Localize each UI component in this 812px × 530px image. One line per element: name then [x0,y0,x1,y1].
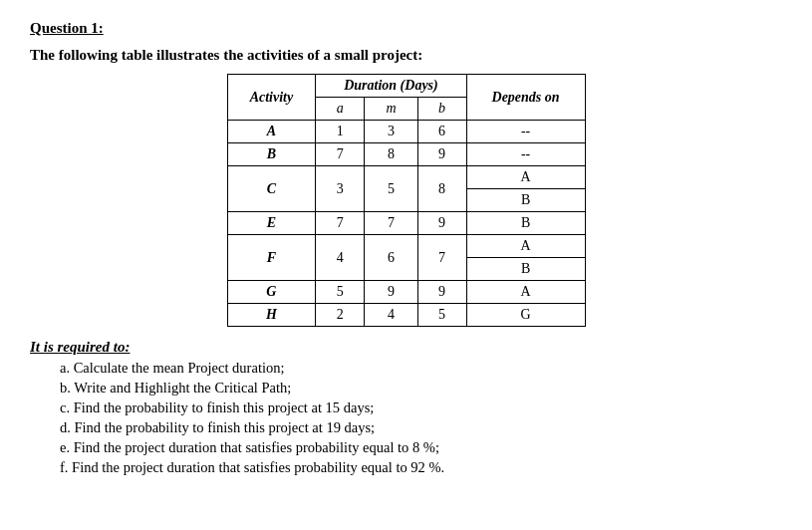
list-item: f. Find the project duration that satisf… [60,459,782,476]
val-e-b: 9 [417,212,466,235]
val-h-a: 2 [316,304,365,327]
val-e-m: 7 [365,212,417,235]
table-row: C 3 5 8 A [227,166,585,189]
activity-b: B [227,143,316,166]
header-activity: Activity [227,75,316,121]
val-f-b: 7 [417,235,466,281]
activity-table: Activity Duration (Days) Depends on a m … [227,74,586,327]
table-row: G 5 9 9 A [227,281,585,304]
depends-c-2: B [466,189,585,212]
list-item: e. Find the project duration that satisf… [60,439,782,456]
activity-c: C [227,166,316,212]
depends-f-1: A [466,235,585,258]
requirements-list: a. Calculate the mean Project duration; … [30,360,782,476]
val-h-m: 4 [365,304,417,327]
activity-f: F [227,235,316,281]
val-a-m: 3 [365,121,417,143]
val-c-m: 5 [365,166,417,212]
table-row: A 1 3 6 -- [227,121,585,143]
list-item: d. Find the probability to finish this p… [60,419,782,436]
required-label: It is required to: [30,339,782,356]
val-c-b: 8 [417,166,466,212]
depends-c-1: A [466,166,585,189]
depends-b: -- [466,143,585,166]
val-g-m: 9 [365,281,417,304]
table-row: E 7 7 9 B [227,212,585,235]
sub-header-a: a [316,98,365,121]
header-duration: Duration (Days) [316,75,466,98]
val-h-b: 5 [417,304,466,327]
val-a-b: 6 [417,121,466,143]
table-row: B 7 8 9 -- [227,143,585,166]
depends-f-2: B [466,258,585,281]
val-b-b: 9 [417,143,466,166]
list-item: b. Write and Highlight the Critical Path… [60,380,782,397]
header-depends: Depends on [466,75,585,121]
activity-h: H [227,304,316,327]
depends-e: B [466,212,585,235]
table-row: F 4 6 7 A [227,235,585,258]
list-item: c. Find the probability to finish this p… [60,399,782,416]
table-container: Activity Duration (Days) Depends on a m … [30,74,782,327]
val-g-b: 9 [417,281,466,304]
intro-text: The following table illustrates the acti… [30,47,782,64]
activity-g: G [227,281,316,304]
sub-header-b: b [417,98,466,121]
sub-header-m: m [365,98,417,121]
val-e-a: 7 [316,212,365,235]
activity-a: A [227,121,316,143]
val-b-m: 8 [365,143,417,166]
val-c-a: 3 [316,166,365,212]
val-f-a: 4 [316,235,365,281]
question-title: Question 1: [30,20,782,37]
val-a-a: 1 [316,121,365,143]
depends-a: -- [466,121,585,143]
table-row: H 2 4 5 G [227,304,585,327]
val-f-m: 6 [365,235,417,281]
depends-g: A [466,281,585,304]
val-b-a: 7 [316,143,365,166]
list-item: a. Calculate the mean Project duration; [60,360,782,377]
depends-h: G [466,304,585,327]
val-g-a: 5 [316,281,365,304]
activity-e: E [227,212,316,235]
